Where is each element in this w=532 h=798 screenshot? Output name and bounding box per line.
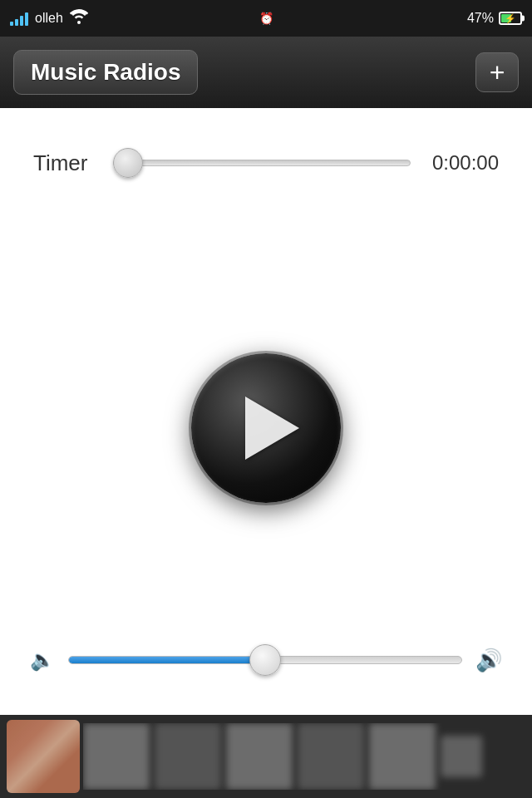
battery-percent: 47% [467,11,494,26]
play-icon [245,397,299,460]
battery-icon: ⚡ [499,12,522,25]
timer-value: 0:00:00 [424,151,499,175]
clock-icon: ⏰ [259,12,273,25]
add-button[interactable]: + [475,52,519,92]
main-content: Timer 0:00:00 🔈 🔊 [0,108,532,715]
status-bar: olleh ⏰ 47% ⚡ [0,0,532,37]
status-right: 47% ⚡ [467,11,522,26]
timer-thumb[interactable] [113,148,143,178]
timer-track [113,160,411,166]
list-item[interactable] [226,723,293,790]
nav-bar: Music Radios + [0,37,532,108]
volume-thumb[interactable] [249,644,281,676]
list-item[interactable] [155,723,221,790]
volume-low-icon: 🔈 [30,648,55,672]
play-button[interactable] [191,353,341,503]
nav-title-button[interactable]: Music Radios [13,50,198,95]
status-left: olleh [10,9,88,27]
timer-section: Timer 0:00:00 [0,108,532,193]
list-item[interactable] [369,723,436,790]
timer-label: Timer [33,150,100,176]
volume-high-icon: 🔊 [475,648,502,673]
volume-section: 🔈 🔊 [0,630,532,690]
timer-slider-container [113,150,411,176]
list-item[interactable] [298,723,364,790]
list-item[interactable] [441,736,482,777]
volume-fill [69,657,265,663]
list-item[interactable] [83,723,150,790]
play-section [191,226,341,630]
wifi-icon [70,9,88,27]
album-art-thumbnail[interactable] [7,720,80,793]
bottom-bar [0,715,532,798]
signal-icon [10,11,28,26]
bottom-items [83,723,525,790]
status-center: ⏰ [259,12,273,25]
carrier-label: olleh [35,11,63,26]
volume-slider-container [68,647,462,673]
